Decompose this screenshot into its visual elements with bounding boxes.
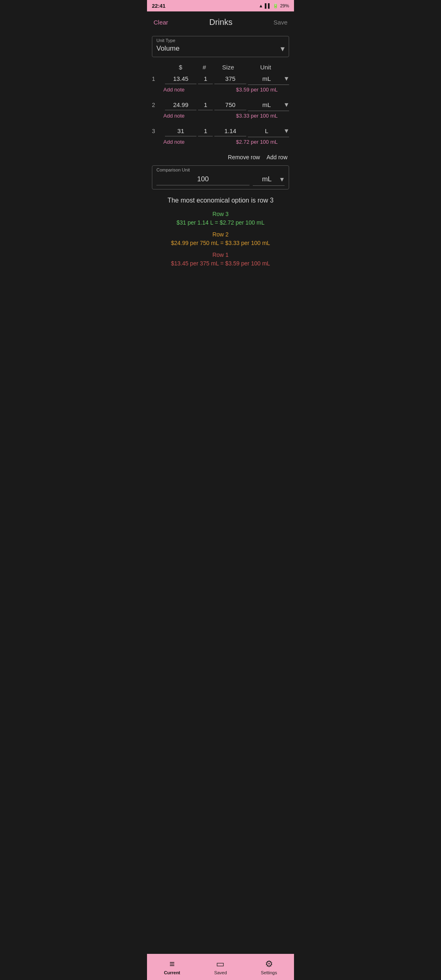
result-row-second-label: Row 2 — [152, 230, 289, 239]
row-3-num: 3 — [152, 128, 163, 134]
status-time: 22:41 — [152, 3, 165, 9]
battery-icon: 🔋 — [273, 3, 278, 9]
product-row-2: 2 mL ▾ Add note $3.33 per 100 mL — [152, 98, 289, 121]
comparison-value-input[interactable] — [156, 174, 249, 185]
row-3-price: $2.72 per 100 mL — [236, 139, 278, 145]
row-2-unit-select[interactable]: mL ▾ — [248, 98, 289, 111]
result-summary: The most economical option is row 3 — [152, 196, 289, 205]
column-headers: $ # Size Unit — [152, 64, 289, 71]
comparison-row: mL ▾ — [156, 173, 285, 186]
page-title: Drinks — [209, 18, 232, 27]
col-size-header: Size — [212, 64, 243, 71]
result-row-second: Row 2 $24.99 per 750 mL = $3.33 per 100 … — [152, 230, 289, 247]
row-3-add-note[interactable]: Add note — [163, 139, 185, 145]
result-rows: Row 3 $31 per 1.14 L = $2.72 per 100 mL … — [152, 210, 289, 268]
row-1-size-input[interactable] — [214, 74, 246, 84]
top-bar: Clear Drinks Save — [147, 11, 294, 33]
unit-type-arrow-icon: ▾ — [281, 44, 285, 53]
row-2-unit-value: mL — [249, 101, 285, 108]
row-1-add-note[interactable]: Add note — [163, 87, 185, 93]
result-row-best: Row 3 $31 per 1.14 L = $2.72 per 100 mL — [152, 210, 289, 227]
comparison-unit-value: mL — [254, 175, 280, 183]
status-bar: 22:41 ▲ ▌▌ 🔋 29% — [147, 0, 294, 11]
comparison-unit-arrow-icon: ▾ — [280, 175, 284, 184]
row-3-hash-input[interactable] — [198, 126, 213, 136]
product-row-1: 1 mL ▾ Add note $3.59 per 100 mL — [152, 72, 289, 95]
row-actions: Remove row Add row — [152, 151, 289, 165]
row-2-add-note[interactable]: Add note — [163, 113, 185, 119]
signal-icon: ▌▌ — [265, 3, 271, 8]
result-row-best-label: Row 3 — [152, 210, 289, 218]
row-3-unit-value: L — [249, 127, 285, 134]
comparison-unit-select[interactable]: mL ▾ — [253, 173, 285, 186]
row-1-note-price: Add note $3.59 per 100 mL — [152, 86, 289, 95]
row-2-inputs: 2 mL ▾ — [152, 98, 289, 111]
col-hash-header: # — [196, 64, 212, 71]
row-3-unit-select[interactable]: L ▾ — [248, 125, 289, 137]
col-unit-header: Unit — [244, 64, 287, 71]
main-content: Unit Type Volume ▾ $ # Size Unit 1 mL ▾ … — [147, 33, 294, 304]
add-row-button[interactable]: Add row — [267, 154, 287, 160]
product-row-3: 3 L ▾ Add note $2.72 per 100 mL — [152, 125, 289, 147]
remove-row-button[interactable]: Remove row — [228, 154, 260, 160]
save-button[interactable]: Save — [274, 19, 287, 26]
row-2-size-input[interactable] — [214, 100, 246, 110]
row-2-num: 2 — [152, 102, 163, 108]
unit-type-value: Volume — [156, 45, 180, 53]
row-3-note-price: Add note $2.72 per 100 mL — [152, 138, 289, 147]
unit-type-dropdown[interactable]: Unit Type Volume ▾ — [152, 36, 289, 57]
clear-button[interactable]: Clear — [154, 19, 168, 26]
row-2-unit-arrow-icon: ▾ — [285, 100, 288, 109]
row-1-inputs: 1 mL ▾ — [152, 72, 289, 85]
row-2-dollar-input[interactable] — [165, 100, 196, 110]
result-row-second-detail: $24.99 per 750 mL = $3.33 per 100 mL — [152, 239, 289, 247]
result-row-third: Row 1 $13.45 per 375 mL = $3.59 per 100 … — [152, 251, 289, 268]
col-dollar-header: $ — [165, 64, 196, 71]
row-1-num: 1 — [152, 76, 163, 82]
comparison-unit-container: Comparison Unit mL ▾ — [152, 165, 289, 189]
row-3-size-input[interactable] — [214, 126, 246, 136]
row-3-unit-arrow-icon: ▾ — [285, 126, 288, 135]
row-2-hash-input[interactable] — [198, 100, 213, 110]
wifi-icon: ▲ — [258, 3, 263, 8]
row-1-unit-arrow-icon: ▾ — [285, 74, 288, 83]
row-3-dollar-input[interactable] — [165, 126, 196, 136]
result-row-third-detail: $13.45 per 375 mL = $3.59 per 100 mL — [152, 259, 289, 268]
row-3-inputs: 3 L ▾ — [152, 125, 289, 137]
row-2-price: $3.33 per 100 mL — [236, 113, 278, 119]
row-1-price: $3.59 per 100 mL — [236, 87, 278, 93]
unit-type-row: Volume ▾ — [156, 44, 285, 53]
result-row-best-detail: $31 per 1.14 L = $2.72 per 100 mL — [152, 218, 289, 227]
status-icons: ▲ ▌▌ 🔋 29% — [258, 3, 289, 9]
row-1-dollar-input[interactable] — [165, 74, 196, 84]
battery-percent: 29% — [280, 3, 289, 8]
row-1-hash-input[interactable] — [198, 74, 213, 84]
row-2-note-price: Add note $3.33 per 100 mL — [152, 112, 289, 121]
row-1-unit-select[interactable]: mL ▾ — [248, 72, 289, 85]
result-row-third-label: Row 1 — [152, 251, 289, 259]
unit-type-label: Unit Type — [156, 38, 285, 43]
row-1-unit-value: mL — [249, 75, 285, 82]
comparison-label: Comparison Unit — [156, 167, 285, 172]
